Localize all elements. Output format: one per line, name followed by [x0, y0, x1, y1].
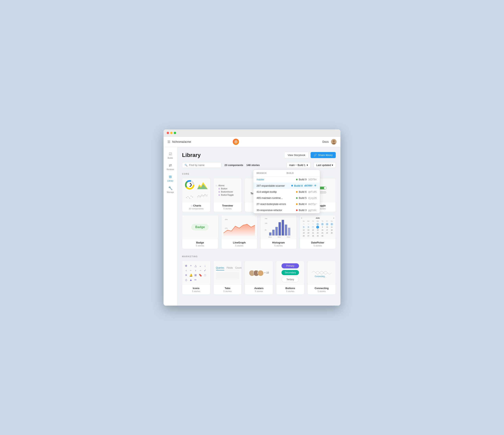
cal-next: ›	[333, 217, 334, 219]
search-box[interactable]: 🔍	[182, 162, 221, 168]
svg-rect-46	[288, 228, 290, 236]
icon-display: ↓	[203, 264, 207, 267]
sidebar-item-manage[interactable]: 🔧 Manage	[165, 184, 176, 195]
datepicker-card-name: DatePicker	[302, 241, 333, 244]
branch-row-33[interactable]: 33-responsive-refactor Build 3 gg31dc	[253, 207, 320, 213]
build-hash-27: mm3fpr	[308, 203, 317, 206]
treeview-card-name: Treeview	[216, 204, 239, 207]
marketing-grid: ⊕ ＋ △ ⌄ ↓ ‹ ← › → ✓ ✕ 🔔 ⊠	[182, 261, 336, 295]
histogram-card-meta: 5 stories	[263, 245, 294, 247]
charts-grid	[182, 178, 210, 202]
icon-display: ›	[194, 269, 197, 272]
tabs-content: Queries Fields Count	[214, 263, 242, 282]
svg-text:-25%: -25%	[225, 219, 228, 220]
component-card-badge[interactable]: Badge Badge 5 stories	[182, 215, 218, 249]
svg-point-15	[191, 196, 191, 197]
last-updated-selector[interactable]: Last updated ▾	[314, 162, 336, 168]
tab-fields[interactable]: Fields	[227, 266, 233, 270]
content-area: Library View Storybook 🔗 Share library 🔍…	[177, 147, 341, 306]
sidebar-label-manage: Manage	[167, 191, 174, 193]
view-storybook-button[interactable]: View Storybook	[284, 152, 309, 158]
linegraph-footer: LineGraph 5 stories	[222, 239, 257, 249]
icon-display: □	[203, 273, 207, 277]
component-card-histogram[interactable]: 20k 15k 5k 20ms 30ms	[261, 215, 297, 249]
search-input[interactable]	[189, 164, 217, 167]
buttons-footer: Buttons 5 stories	[276, 285, 304, 294]
tab-queries[interactable]: Queries	[216, 266, 224, 270]
component-card-avatars[interactable]: + 10 Avatars 5 stories	[245, 261, 273, 295]
svg-point-18	[189, 197, 189, 198]
traffic-lights	[167, 132, 176, 134]
branch-row-27[interactable]: 27-react-boilerplate-errors Build 4 mm3f…	[253, 201, 320, 207]
component-card-tabs[interactable]: Queries Fields Count Tabs 5 stories	[214, 261, 242, 295]
connecting-card-meta: 5 stories	[310, 290, 333, 292]
minimize-button[interactable]	[170, 132, 173, 134]
build-number-33: Build 3	[299, 209, 307, 212]
share-library-button[interactable]: 🔗 Share library	[311, 152, 336, 158]
build-dot-master	[296, 179, 297, 180]
branch-row-297[interactable]: 297-expandable-scanner Build 8 ab38dr 👁	[253, 182, 320, 189]
histogram-footer: Histogram 5 stories	[261, 239, 297, 249]
scatter-chart	[184, 190, 196, 200]
sidebar-item-builds[interactable]: ☑ Builds	[165, 150, 176, 161]
search-icon: 🔍	[185, 164, 188, 167]
close-button[interactable]	[167, 132, 169, 134]
branch-name-297: 297-expandable-scanner	[257, 184, 290, 187]
component-card-treeview[interactable]: □ Atoms ⊞ Button ⊞ ButtonHover	[214, 178, 242, 212]
user-avatar[interactable]	[331, 139, 336, 145]
branch-selector[interactable]: main − Build 1 ▾	[287, 162, 311, 168]
sidebar-item-reviews[interactable]: ⇄ Reviews	[165, 162, 176, 172]
icon-display: ⊠	[194, 273, 197, 277]
branch-name-414: 414-widget-tooltip	[257, 190, 295, 193]
histogram-card-name: Histogram	[263, 241, 294, 244]
component-card-datepicker[interactable]: ‹ AUG › Su Mo Tu We Th Fr	[300, 215, 336, 249]
maximize-button[interactable]	[174, 132, 176, 134]
component-card-charts[interactable]: □ Charts 20 components	[182, 178, 210, 212]
tabs-row: Queries Fields Count	[216, 266, 239, 270]
branch-row-414[interactable]: 414-widget-tooltip Build 6 qmfu95	[253, 189, 320, 195]
icons-content: ⊕ ＋ △ ⌄ ↓ ‹ ← › → ✓ ✕ 🔔 ⊠	[182, 262, 210, 284]
badge-card-name: Badge	[185, 241, 216, 244]
secondary-button-preview: Secondary	[281, 270, 299, 275]
menu-icon[interactable]: ☰	[168, 140, 170, 144]
svg-text:20ms: 20ms	[268, 236, 272, 238]
icon-display: ＋	[189, 264, 192, 267]
svg-point-31	[324, 187, 326, 189]
avatar-stack	[249, 270, 263, 275]
component-card-connecting[interactable]: Connecting... Connecting 5 stories	[307, 261, 336, 295]
sidebar: ☑ Builds ⇄ Reviews ⊞ Library 🔧 Manage	[163, 147, 177, 306]
tab-count[interactable]: Count	[235, 266, 242, 270]
toolbar: 🔍 23 components 148 stories main − Build…	[182, 162, 336, 168]
sidebar-item-library[interactable]: ⊞ Library	[165, 173, 176, 184]
primary-button-preview: Primary	[281, 263, 299, 268]
branch-name-master: master	[257, 178, 295, 181]
charts-preview	[182, 178, 210, 202]
branch-col-header: BRANCH	[257, 172, 287, 174]
component-card-icons[interactable]: ⊕ ＋ △ ⌄ ↓ ‹ ← › → ✓ ✕ 🔔 ⊠	[182, 261, 210, 295]
avatars-card-meta: 5 stories	[247, 290, 270, 292]
treeview-card-meta: 5 stories	[216, 208, 239, 210]
branch-row-465[interactable]: 465-maintain-runtime... Build 5 djoy26	[253, 195, 320, 201]
topnav-right: Docs	[322, 139, 336, 145]
charts-footer: □ Charts 20 components	[182, 202, 210, 212]
icon-display: ‹	[185, 269, 188, 272]
histogram-preview: 20k 15k 5k 20ms 30ms	[261, 215, 297, 239]
icon-display: ⊕	[185, 264, 188, 267]
datepicker-preview: ‹ AUG › Su Mo Tu We Th Fr	[300, 215, 336, 239]
docs-link[interactable]: Docs	[322, 140, 329, 143]
tree-item-atoms: □ Atoms	[216, 184, 239, 187]
linegraph-preview: -25% -15%	[222, 215, 257, 239]
stories-stat: 148 stories	[246, 164, 260, 167]
builds-icon: ☑	[169, 152, 172, 156]
svg-text:40ms: 40ms	[287, 236, 290, 238]
component-card-buttons[interactable]: Primary Secondary Tertiary Buttons 5 sto…	[276, 261, 305, 295]
branch-row-master[interactable]: master Build 9 3d3f9v	[253, 176, 320, 182]
brand-name: hichroma/acme	[172, 140, 191, 143]
component-card-linegraph[interactable]: -25% -15% LineGraph 5 stories	[221, 215, 258, 249]
svg-point-2	[333, 140, 335, 142]
component-icon: ⊞	[218, 194, 220, 196]
svg-point-12	[186, 197, 187, 198]
cal-prev: ‹	[302, 217, 302, 219]
build-dot-33	[296, 209, 297, 211]
datepicker-content: ‹ AUG › Su Mo Tu We Th Fr	[300, 216, 336, 239]
